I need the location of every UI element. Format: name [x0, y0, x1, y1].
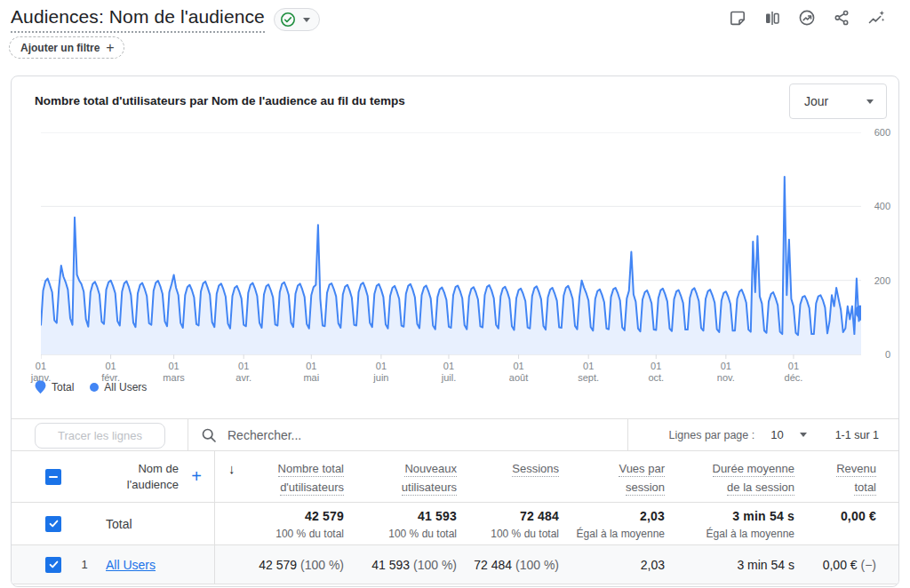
- table-controls: Tracer les lignes Lignes par page : 10 1…: [12, 418, 898, 451]
- chevron-down-icon[interactable]: [303, 18, 310, 22]
- column-header-sessions[interactable]: Sessions: [457, 451, 559, 502]
- x-axis-tick-label: 01juil.: [442, 361, 457, 384]
- x-axis-tick-label: 01oct.: [648, 361, 664, 384]
- column-header-views-per-session[interactable]: Vues par session: [559, 451, 665, 502]
- interval-select-value: Jour: [804, 94, 828, 108]
- insights-circle-icon[interactable]: [796, 7, 818, 28]
- report-card: Nombre total d'utilisateurs par Nom de l…: [11, 75, 899, 587]
- check-circle-icon: [280, 12, 296, 28]
- chart-legend: Total All Users: [35, 380, 147, 394]
- checkbox-cell: [45, 516, 72, 532]
- chart-title: Nombre total d'utilisateurs par Nom de l…: [35, 94, 405, 107]
- rows-per-page-value[interactable]: 10: [770, 428, 783, 441]
- audiences-report-page: Audiences: Nom de l'audience: [0, 0, 910, 588]
- insights-sparkle-icon[interactable]: [866, 7, 887, 28]
- table-total-row: Total 42 579100 % du total 41 593100 % d…: [12, 503, 898, 545]
- add-filter-chip[interactable]: Ajouter un filtre +: [9, 36, 124, 59]
- add-dimension-button[interactable]: +: [179, 466, 214, 487]
- x-axis-tick-label: 01sept.: [578, 361, 599, 384]
- column-header-avg-session-duration[interactable]: Durée moyenne de la session: [665, 451, 794, 502]
- chevron-down-icon: [866, 99, 874, 104]
- pagination-range: 1-1 sur 1: [835, 429, 879, 441]
- audience-status-selector[interactable]: [274, 8, 320, 31]
- views-per-session-cell: 2,03Égal à la moyenne: [559, 503, 665, 544]
- divider: [214, 451, 215, 584]
- column-header-new-users[interactable]: Nouveaux utilisateurs: [344, 451, 457, 502]
- x-axis-tick-label: 01mai: [303, 361, 319, 384]
- page-title: Audiences: Nom de l'audience: [11, 6, 265, 33]
- total-users-cell: 42 579100 % du total: [214, 503, 344, 544]
- audience-link[interactable]: All Users: [106, 558, 156, 572]
- note-icon[interactable]: [727, 7, 748, 28]
- sessions-cell: 72 484 (100 %): [457, 545, 559, 584]
- column-header-total-users[interactable]: Nombre total d'utilisateurs: [214, 451, 344, 502]
- plot-rows-button[interactable]: Tracer les lignes: [35, 423, 165, 449]
- total-revenue-cell: 0,00 €: [794, 503, 876, 544]
- x-axis-tick-label: 01déc.: [785, 361, 803, 384]
- comparison-icon[interactable]: [762, 7, 783, 28]
- checkbox-cell: [45, 557, 72, 573]
- dimension-column-header[interactable]: Nom de l'audience: [97, 461, 179, 493]
- row-index: 1: [72, 558, 97, 571]
- interval-select[interactable]: Jour: [789, 83, 887, 119]
- new-users-cell: 41 593 (100 %): [344, 545, 457, 584]
- y-axis-tick-label: 0: [858, 348, 890, 361]
- column-header-total-revenue[interactable]: Revenu total: [794, 451, 876, 502]
- legend-item-all-users: All Users: [90, 381, 147, 393]
- search-input[interactable]: [228, 428, 494, 442]
- x-axis-tick-label: 01août: [509, 361, 528, 384]
- avg-session-duration-cell: 3 min 54 sÉgal à la moyenne: [665, 503, 794, 544]
- search-icon: [201, 427, 217, 443]
- select-all-checkbox[interactable]: [45, 469, 61, 485]
- row-checkbox[interactable]: [45, 557, 61, 573]
- table-header-row: Nom de l'audience + ↓ Nombre total d'uti…: [12, 451, 898, 503]
- y-axis-tick-label: 600: [858, 126, 890, 139]
- sessions-cell: 72 484100 % du total: [457, 503, 559, 544]
- x-axis-tick-label: 01mars: [163, 361, 184, 384]
- divider: [188, 419, 188, 450]
- toolbar: [727, 7, 887, 28]
- timeseries-chart: [41, 132, 861, 362]
- chevron-down-icon[interactable]: [800, 433, 807, 437]
- spade-marker-icon: [35, 380, 46, 394]
- add-filter-label: Ajouter un filtre: [20, 42, 100, 54]
- new-users-cell: 41 593100 % du total: [344, 503, 457, 544]
- legend-label: All Users: [104, 381, 147, 393]
- avg-session-duration-cell: 3 min 54 s: [665, 545, 794, 584]
- legend-label: Total: [52, 381, 74, 393]
- share-icon[interactable]: [831, 7, 852, 28]
- total-users-cell: 42 579 (100 %): [214, 545, 344, 584]
- rows-per-page-label: Lignes par page :: [669, 429, 755, 441]
- total-row-checkbox[interactable]: [45, 516, 61, 532]
- table-row: 1 All Users 42 579 (100 %) 41 593 (100 %…: [12, 545, 898, 584]
- x-axis-tick-label: 01avr.: [235, 361, 251, 384]
- legend-item-total: Total: [35, 380, 74, 394]
- total-row-label: Total: [97, 517, 179, 531]
- plus-icon: +: [106, 41, 114, 55]
- select-all-cell: [45, 469, 72, 485]
- views-per-session-cell: 2,03: [559, 545, 665, 584]
- total-revenue-cell: 0,00 € (−): [794, 545, 876, 584]
- y-axis-tick-label: 400: [858, 200, 890, 212]
- x-axis-tick-label: 01juin: [373, 361, 388, 384]
- divider: [627, 419, 628, 450]
- report-header: Audiences: Nom de l'audience: [0, 0, 910, 36]
- y-axis-tick-label: 200: [858, 274, 890, 287]
- circle-marker-icon: [90, 383, 99, 392]
- x-axis-tick-label: 01nov.: [717, 361, 735, 384]
